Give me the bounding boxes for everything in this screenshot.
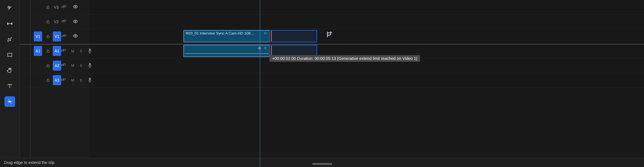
track-header-a1[interactable]: A1 A1 M S [20, 44, 90, 59]
svg-rect-17 [47, 65, 49, 67]
svg-point-12 [75, 35, 76, 37]
audio-clip[interactable]: fx [183, 45, 270, 57]
ripple-edit-tool[interactable] [4, 18, 15, 29]
svg-rect-9 [47, 36, 49, 38]
solo-toggle[interactable]: S [80, 63, 82, 68]
eye-icon[interactable] [73, 33, 78, 39]
voiceover-indicator-icon [258, 46, 261, 51]
voiceover-icon[interactable] [88, 48, 92, 54]
track-label: V3 [54, 5, 62, 9]
fx-badge: fx [264, 46, 267, 50]
track-lane-v1[interactable]: R03_01 Interview Sync A Cam-HD 108... fx [90, 29, 644, 44]
status-text: Drag edge to extend the clip [4, 160, 54, 165]
trim-tooltip: +00:00:02:00 Duration: 00:00:05:13 (Gene… [269, 55, 420, 62]
track-lane-v2[interactable] [90, 15, 644, 30]
svg-rect-20 [89, 63, 91, 66]
lock-icon[interactable] [45, 19, 51, 24]
remix-tool[interactable] [4, 96, 15, 107]
status-bar: Drag edge to extend the clip [0, 158, 644, 167]
svg-rect-1 [47, 7, 49, 9]
edit-marker [271, 46, 272, 56]
track-target-a1[interactable]: A1 [53, 46, 61, 56]
lock-icon[interactable] [45, 49, 51, 53]
hand-tool[interactable] [4, 65, 15, 76]
sync-lock-icon[interactable] [61, 49, 66, 53]
svg-point-4 [75, 6, 76, 8]
svg-point-8 [75, 21, 76, 22]
generative-extend-cursor-icon [325, 31, 333, 39]
track-header-a2[interactable]: A2 M S [20, 58, 90, 73]
mute-toggle[interactable]: M [71, 78, 74, 82]
solo-toggle[interactable]: S [80, 78, 82, 82]
video-clip[interactable]: R03_01 Interview Sync A Cam-HD 108... fx [183, 30, 270, 42]
clip-extend-ghost[interactable] [269, 30, 317, 42]
timeline-content[interactable]: R03_01 Interview Sync A Cam-HD 108... fx… [90, 0, 644, 158]
clip-label: R03_01 Interview Sync A Cam-HD 108... [184, 31, 269, 36]
track-headers: V3 V2 [20, 0, 90, 158]
timeline-panel: V3 V2 [20, 0, 644, 158]
sync-lock-icon[interactable] [62, 34, 66, 38]
lock-icon[interactable] [45, 63, 51, 68]
sync-lock-icon[interactable] [61, 78, 66, 82]
track-target-a2[interactable]: A2 [53, 61, 61, 71]
pen-tool[interactable] [4, 34, 15, 45]
lock-icon[interactable] [45, 5, 51, 9]
lock-icon[interactable] [45, 34, 51, 39]
svg-rect-13 [47, 51, 49, 53]
source-patch-v1[interactable]: V1 [34, 31, 42, 41]
svg-rect-21 [47, 80, 49, 82]
eye-icon[interactable] [73, 19, 78, 25]
voiceover-icon[interactable] [88, 77, 92, 83]
svg-rect-5 [47, 22, 49, 23]
track-lane-v3[interactable] [90, 0, 644, 15]
track-header-v2[interactable]: V2 [20, 15, 90, 30]
track-target-a3[interactable]: A3 [53, 75, 61, 85]
track-header-v1[interactable]: V1 V1 [20, 29, 90, 44]
edit-marker [271, 31, 272, 41]
svg-rect-16 [89, 48, 91, 51]
track-header-v3[interactable]: V3 [20, 0, 90, 15]
va-divider [20, 44, 644, 45]
fx-badge: fx [264, 31, 267, 35]
type-tool[interactable] [4, 81, 15, 91]
audio-waveform-line [185, 53, 269, 54]
svg-rect-0 [8, 53, 12, 57]
mute-toggle[interactable]: M [71, 63, 74, 68]
sync-lock-icon[interactable] [62, 5, 66, 9]
sync-lock-icon[interactable] [62, 20, 66, 24]
timeline-scrollbar[interactable] [37, 152, 638, 155]
playhead[interactable] [260, 0, 260, 167]
solo-toggle[interactable]: S [80, 49, 82, 53]
resize-handle[interactable] [312, 163, 332, 165]
track-target-v1[interactable]: V1 [53, 31, 61, 41]
rectangle-tool[interactable] [4, 50, 15, 60]
eye-icon[interactable] [73, 4, 78, 10]
track-label: V2 [54, 19, 62, 24]
svg-rect-24 [89, 78, 91, 80]
razor-tool[interactable] [4, 3, 15, 13]
sync-lock-icon[interactable] [61, 63, 66, 68]
tool-palette [0, 0, 20, 158]
source-patch-a1[interactable]: A1 [34, 46, 42, 56]
track-header-a3[interactable]: A3 M S [20, 73, 90, 88]
lock-icon[interactable] [45, 78, 51, 82]
mute-toggle[interactable]: M [71, 49, 74, 53]
voiceover-icon[interactable] [88, 63, 92, 68]
track-lane-a3[interactable] [90, 73, 644, 88]
